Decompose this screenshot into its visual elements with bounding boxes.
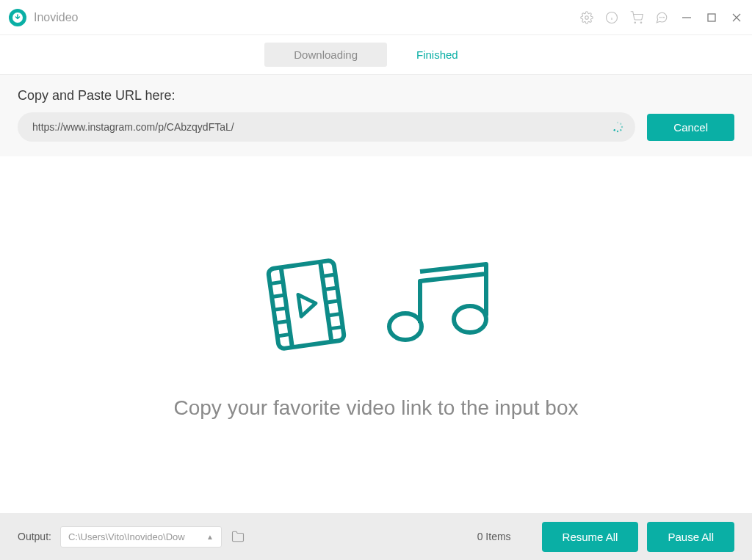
film-icon: [251, 250, 361, 360]
svg-point-14: [617, 122, 618, 123]
empty-state-illustration: [251, 250, 501, 360]
output-path-selector[interactable]: C:\Users\Vito\Inovideo\Dow ▲: [60, 526, 222, 548]
svg-point-9: [664, 17, 665, 18]
resume-all-button[interactable]: Resume All: [542, 522, 639, 552]
svg-line-29: [324, 288, 337, 290]
svg-point-5: [634, 22, 636, 23]
close-icon[interactable]: [730, 11, 743, 24]
svg-line-30: [326, 301, 339, 303]
tab-finished[interactable]: Finished: [387, 43, 488, 67]
svg-line-32: [330, 327, 343, 329]
svg-rect-11: [708, 14, 715, 21]
empty-state-text: Copy your favorite video link to the inp…: [174, 396, 579, 420]
svg-point-6: [640, 22, 642, 23]
info-icon[interactable]: [605, 11, 618, 24]
titlebar-toolbar: [580, 11, 668, 24]
maximize-icon[interactable]: [705, 11, 718, 24]
minimize-icon[interactable]: [680, 11, 693, 24]
cancel-button[interactable]: Cancel: [647, 114, 734, 141]
url-label: Copy and Paste URL here:: [18, 88, 734, 103]
svg-line-31: [328, 314, 341, 316]
svg-point-18: [617, 131, 618, 132]
main-content: Copy your favorite video link to the inp…: [0, 156, 752, 513]
feedback-icon[interactable]: [655, 11, 668, 24]
svg-line-26: [275, 321, 289, 324]
svg-point-35: [454, 306, 486, 332]
tab-downloading[interactable]: Downloading: [264, 43, 387, 67]
cart-icon[interactable]: [630, 11, 643, 24]
url-section: Copy and Paste URL here: Cancel: [0, 75, 752, 156]
svg-line-25: [274, 308, 287, 310]
svg-line-23: [270, 282, 283, 284]
app-name: Inovideo: [34, 11, 580, 24]
svg-line-27: [278, 334, 291, 336]
svg-point-16: [621, 126, 623, 128]
gear-icon[interactable]: [580, 11, 593, 24]
items-count: 0 Items: [477, 531, 511, 542]
url-row: Cancel: [18, 112, 734, 142]
svg-line-28: [322, 274, 336, 277]
svg-point-15: [620, 123, 621, 125]
app-logo-icon: [9, 9, 26, 26]
svg-point-7: [659, 17, 660, 18]
music-note-icon: [376, 261, 501, 349]
titlebar: Inovideo: [0, 0, 752, 35]
svg-point-34: [389, 313, 422, 340]
window-controls: [680, 11, 743, 24]
open-folder-icon[interactable]: [231, 529, 245, 544]
loading-spinner-icon: [612, 121, 623, 133]
pause-all-button[interactable]: Pause All: [647, 522, 734, 552]
output-path-text: C:\Users\Vito\Inovideo\Dow: [68, 531, 185, 542]
svg-point-8: [662, 17, 662, 18]
tab-bar: Downloading Finished: [0, 35, 752, 75]
chevron-up-icon: ▲: [206, 533, 214, 541]
output-label: Output:: [18, 531, 51, 542]
svg-point-1: [585, 15, 589, 19]
svg-point-17: [620, 129, 621, 131]
footer: Output: C:\Users\Vito\Inovideo\Dow ▲ 0 I…: [0, 513, 752, 560]
svg-line-24: [272, 295, 285, 297]
svg-point-19: [614, 129, 615, 131]
url-input[interactable]: [18, 112, 635, 142]
url-input-wrapper: [18, 112, 635, 142]
